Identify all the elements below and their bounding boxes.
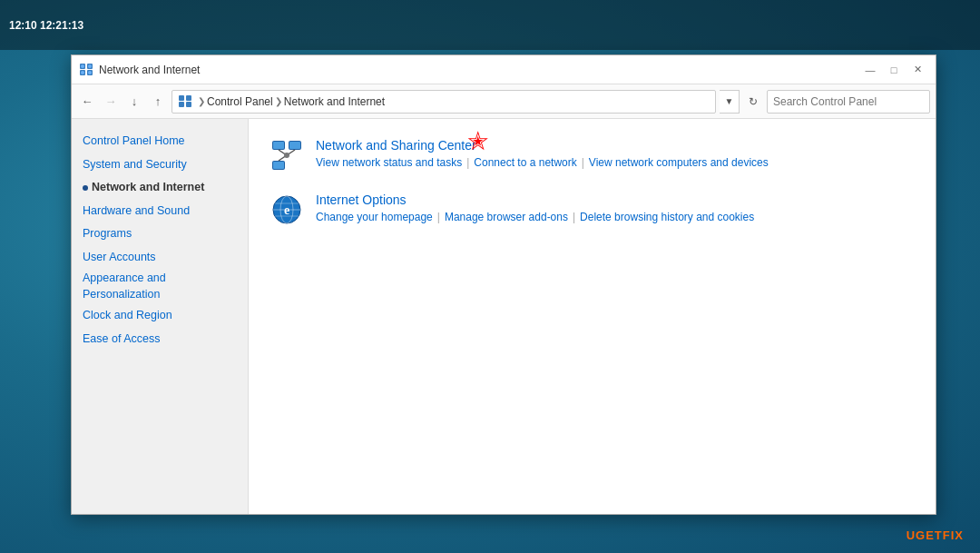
close-button[interactable]: ✕ [906, 61, 928, 79]
network-sharing-body: Network and Sharing Center View network … [316, 137, 769, 169]
sidebar-item-ease-access[interactable]: Ease of Access [72, 328, 248, 351]
svg-rect-15 [289, 142, 300, 149]
watermark-suffix: FIX [943, 528, 964, 542]
change-homepage-link[interactable]: Change your homepage [316, 211, 433, 223]
link-separator-1: | [582, 156, 584, 169]
window-title: Network and Internet [99, 64, 859, 76]
sidebar-item-network-internet[interactable]: Network and Internet [72, 176, 248, 200]
network-sharing-section: Network and Sharing Center View network … [270, 137, 914, 172]
sidebar-item-programs[interactable]: Programs [72, 222, 248, 246]
svg-rect-13 [273, 142, 284, 149]
refresh-button[interactable]: ↻ [743, 92, 763, 112]
svg-rect-8 [179, 102, 184, 107]
internet-options-icon: e [270, 193, 303, 226]
delete-browsing-history-link[interactable]: Delete browsing history and cookies [580, 211, 754, 223]
network-sharing-title[interactable]: Network and Sharing Center [316, 138, 476, 153]
content-area: Control Panel Home System and Security N… [72, 119, 936, 514]
breadcrumb: ❯ Control Panel ❯ Network and Internet [178, 94, 710, 109]
watermark-prefix: UGET [906, 528, 943, 542]
sidebar-item-clock-region[interactable]: Clock and Region [72, 304, 248, 328]
svg-point-4 [81, 64, 84, 68]
breadcrumb-control-panel[interactable]: Control Panel [207, 95, 273, 108]
sidebar-item-control-panel-home[interactable]: Control Panel Home [72, 130, 248, 153]
breadcrumb-network-internet[interactable]: Network and Internet [284, 95, 385, 108]
manage-browser-addons-link[interactable]: Manage browser add-ons [445, 211, 568, 223]
address-field[interactable]: ❯ Control Panel ❯ Network and Internet [172, 90, 716, 114]
active-indicator [83, 185, 88, 191]
svg-rect-9 [186, 102, 191, 107]
svg-point-21 [284, 153, 289, 158]
svg-text:e: e [284, 203, 289, 217]
internet-options-body: Internet Options Change your homepage | … [316, 192, 754, 223]
window-icon [79, 63, 93, 77]
taskbar: 12:10 12:21:13 [0, 0, 980, 50]
internet-options-section: e Internet Options Change your homepage … [270, 192, 914, 226]
link-separator-2: | [437, 211, 440, 223]
title-bar: Network and Internet — □ ✕ [72, 55, 936, 84]
view-network-computers-link[interactable]: View network computers and devices [589, 156, 769, 169]
internet-options-title[interactable]: Internet Options [316, 193, 407, 207]
taskbar-time: 12:10 12:21:13 [9, 19, 83, 32]
svg-rect-17 [273, 162, 284, 169]
link-separator-3: | [573, 211, 575, 223]
address-dropdown[interactable]: ▼ [720, 90, 740, 114]
svg-rect-11 [186, 95, 191, 101]
breadcrumb-separator-1: ❯ [275, 96, 282, 106]
sidebar-item-appearance[interactable]: Appearance and Personalization [72, 269, 248, 304]
forward-button[interactable]: → [101, 92, 121, 112]
svg-point-7 [88, 71, 92, 74]
sidebar-item-hardware-sound[interactable]: Hardware and Sound [72, 200, 248, 223]
explorer-window: Network and Internet — □ ✕ ← → ↓ ↑ ❯ Con… [71, 54, 936, 515]
view-network-status-link[interactable]: View network status and tasks [316, 156, 462, 169]
maximize-button[interactable]: □ [883, 61, 905, 79]
sidebar-item-user-accounts[interactable]: User Accounts [72, 246, 248, 270]
back-button[interactable]: ← [77, 92, 97, 112]
address-bar: ← → ↓ ↑ ❯ Control Panel ❯ Network and In… [72, 84, 936, 119]
svg-point-5 [88, 64, 92, 68]
recent-locations-button[interactable]: ↓ [124, 92, 144, 112]
sidebar-item-system-security[interactable]: System and Security [72, 153, 248, 177]
search-input[interactable] [767, 90, 930, 114]
network-sharing-links: View network status and tasks | Connect … [316, 156, 769, 169]
up-button[interactable]: ↑ [148, 92, 168, 112]
minimize-button[interactable]: — [859, 61, 881, 79]
connect-to-network-link[interactable]: Connect to a network [474, 156, 576, 169]
internet-options-links: Change your homepage | Manage browser ad… [316, 211, 754, 223]
link-separator-0: | [466, 156, 469, 169]
breadcrumb-separator-0: ❯ [198, 96, 205, 106]
window-controls: — □ ✕ [859, 61, 928, 79]
watermark: UGETFIX [906, 528, 964, 542]
network-sharing-icon [270, 139, 303, 172]
main-content: Network and Sharing Center View network … [249, 119, 936, 514]
svg-rect-10 [179, 95, 184, 101]
sidebar: Control Panel Home System and Security N… [72, 119, 249, 514]
svg-point-6 [81, 71, 84, 74]
